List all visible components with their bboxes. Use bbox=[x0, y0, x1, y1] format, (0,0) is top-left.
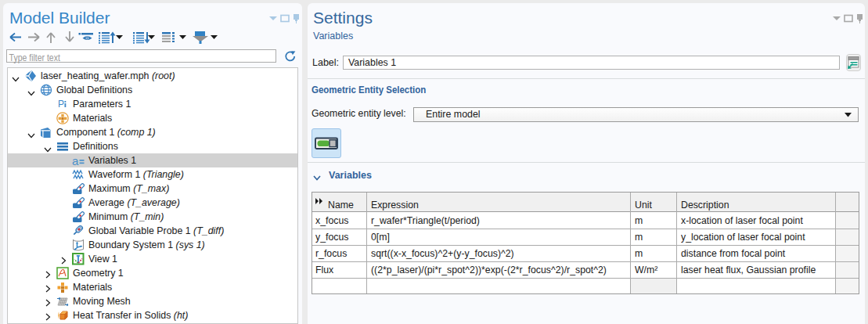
svg-text:a: a bbox=[72, 154, 79, 167]
svg-text:P: P bbox=[58, 99, 64, 110]
